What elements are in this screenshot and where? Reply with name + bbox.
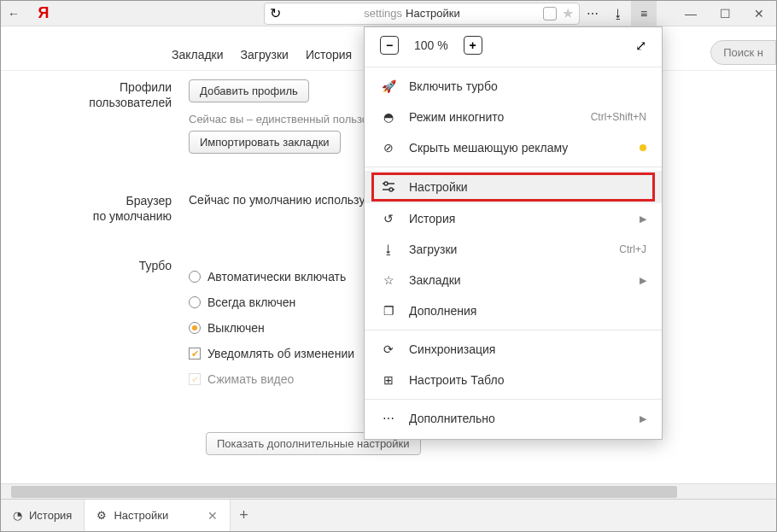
add-panel-icon: ⊞ [380, 373, 397, 387]
window-minimize-button[interactable]: — [674, 1, 708, 26]
section-label: пользователей [35, 95, 172, 110]
svg-point-2 [384, 182, 388, 185]
clock-icon: ↺ [380, 212, 397, 225]
menu-shortcut: Ctrl+Shift+N [591, 111, 646, 123]
import-bookmarks-button[interactable]: Импортировать закладки [189, 131, 341, 154]
star-icon: ☆ [380, 273, 397, 287]
menu-label: Включить турбо [409, 79, 498, 93]
menu-label: Скрыть мешающую рекламу [409, 141, 568, 155]
block-icon: ⊘ [380, 141, 397, 155]
menu-label: Режим инкогнито [409, 110, 504, 124]
tab-history[interactable]: ◔ История [1, 500, 85, 531]
zoom-value: 100 % [414, 38, 448, 52]
menu-label: Настроить Табло [409, 373, 505, 387]
add-profile-button[interactable]: Добавить профиль [189, 79, 309, 102]
reload-icon[interactable]: ↻ [270, 5, 281, 21]
hamburger-menu-button[interactable]: ≡ [631, 1, 657, 26]
svg-point-3 [389, 188, 393, 191]
chevron-right-icon: ▶ [640, 213, 646, 225]
rocket-icon: 🚀 [380, 79, 397, 93]
tab-label: История [29, 509, 72, 522]
copy-icon: ❐ [380, 304, 397, 318]
menu-downloads[interactable]: ⭳ Загрузки Ctrl+J [365, 234, 662, 265]
search-input[interactable]: Поиск н [710, 40, 776, 65]
main-menu-dropdown: − 100 % + ⤢ 🚀 Включить турбо ◓ Режим инк… [364, 26, 663, 440]
menu-addons[interactable]: ❐ Дополнения [365, 295, 662, 326]
menu-zoom-row: − 100 % + ⤢ [365, 27, 662, 63]
menu-label: История [409, 212, 455, 225]
horizontal-scrollbar[interactable] [1, 483, 776, 499]
window-maximize-button[interactable]: ☐ [708, 1, 742, 26]
menu-bookmarks[interactable]: ☆ Закладки ▶ [365, 265, 662, 295]
address-title: Настройки [406, 7, 460, 20]
menu-turbo[interactable]: 🚀 Включить турбо [365, 71, 662, 102]
fullscreen-icon[interactable]: ⤢ [635, 38, 646, 54]
menu-label: Закладки [409, 273, 461, 287]
section-label: по умолчанию [35, 208, 172, 224]
clock-icon: ◔ [13, 509, 22, 522]
section-label: Турбо [35, 258, 172, 273]
notification-dot-icon [640, 144, 646, 151]
section-label: Браузер [35, 193, 172, 208]
zoom-in-button[interactable]: + [464, 36, 482, 55]
menu-hide-ads[interactable]: ⊘ Скрыть мешающую рекламу [365, 132, 662, 163]
menu-label: Дополнительно [409, 412, 495, 425]
downloads-icon[interactable]: ⭳ [605, 1, 631, 26]
mask-icon: ◓ [380, 110, 397, 124]
menu-history[interactable]: ↺ История ▶ [365, 203, 662, 234]
sliders-icon [380, 179, 397, 195]
bottom-tab-bar: ◔ История ⚙ Настройки ✕ + [1, 499, 776, 531]
browser-toolbar: ← Я ↻ settings Настройки ★ ⋯ ⭳ ≡ — ☐ ✕ [1, 1, 776, 26]
nav-history[interactable]: История [306, 48, 352, 70]
address-prefix: settings [364, 7, 402, 20]
tab-settings[interactable]: ⚙ Настройки ✕ [85, 500, 231, 531]
nav-bookmarks[interactable]: Закладки [172, 48, 224, 70]
menu-label: Настройки [409, 180, 468, 194]
menu-more[interactable]: ⋯ Дополнительно ▶ [365, 403, 662, 434]
radio-label: Автоматически включать [207, 270, 346, 284]
nav-downloads[interactable]: Загрузки [241, 48, 289, 70]
back-button[interactable]: ← [1, 1, 26, 26]
menu-tablo[interactable]: ⊞ Настроить Табло [365, 365, 662, 395]
more-icon[interactable]: ⋯ [580, 1, 605, 26]
zoom-out-button[interactable]: − [380, 36, 399, 55]
shield-icon [543, 7, 557, 20]
close-tab-icon[interactable]: ✕ [207, 509, 218, 523]
menu-label: Загрузки [409, 243, 457, 256]
menu-shortcut: Ctrl+J [619, 243, 646, 255]
new-tab-button[interactable]: + [231, 506, 257, 524]
address-bar[interactable]: ↻ settings Настройки ★ [264, 3, 580, 25]
radio-label: Всегда включен [207, 295, 295, 309]
star-icon[interactable]: ★ [562, 5, 574, 21]
window-close-button[interactable]: ✕ [742, 1, 776, 26]
radio-label: Выключен [207, 321, 265, 335]
sync-icon: ⟳ [380, 342, 397, 356]
gear-icon: ⚙ [96, 509, 107, 522]
menu-incognito[interactable]: ◓ Режим инкогнито Ctrl+Shift+N [365, 102, 662, 132]
checkbox-label: Уведомлять об изменении [207, 347, 354, 360]
menu-sync[interactable]: ⟳ Синхронизация [365, 334, 662, 365]
yandex-logo[interactable]: Я [26, 4, 61, 22]
checkbox-label: Сжимать видео [207, 372, 294, 386]
menu-label: Дополнения [409, 304, 476, 318]
section-label: Профили [35, 79, 172, 95]
chevron-right-icon: ▶ [640, 275, 646, 286]
more-icon: ⋯ [380, 412, 397, 425]
scrollbar-thumb[interactable] [11, 486, 677, 498]
chevron-right-icon: ▶ [640, 413, 646, 424]
menu-settings[interactable]: Настройки [365, 171, 662, 203]
tab-label: Настройки [114, 509, 168, 522]
download-icon: ⭳ [380, 243, 397, 256]
menu-label: Синхронизация [409, 342, 495, 356]
